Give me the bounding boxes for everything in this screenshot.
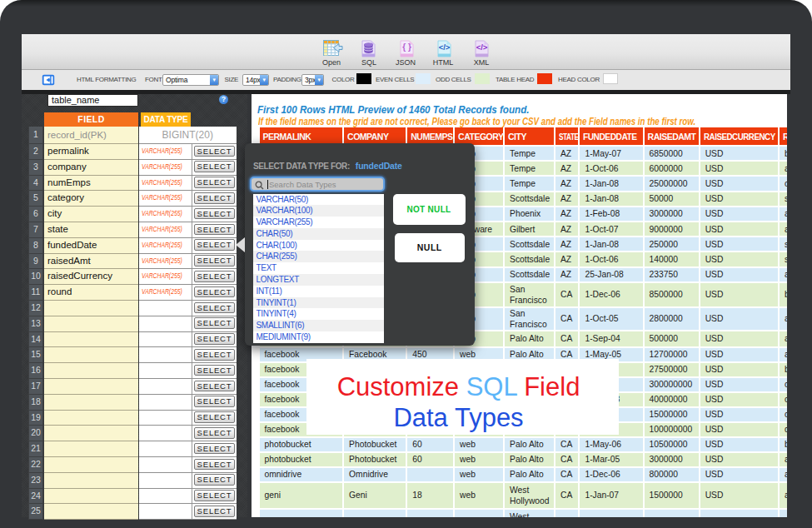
svg-text:{ }: { }	[402, 42, 411, 52]
svg-text:</>: </>	[476, 42, 488, 52]
svg-text:</>: </>	[439, 42, 451, 52]
